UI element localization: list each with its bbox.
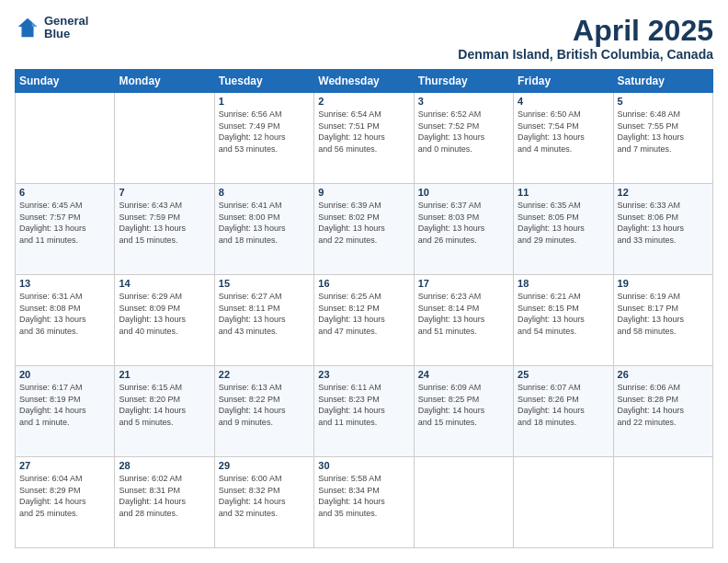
empty-cell [115,93,214,184]
day-info: Sunrise: 6:35 AM Sunset: 8:05 PM Dayligh… [518,200,609,246]
day-info: Sunrise: 5:58 AM Sunset: 8:34 PM Dayligh… [318,473,409,519]
day-info: Sunrise: 6:56 AM Sunset: 7:49 PM Dayligh… [219,109,310,155]
empty-cell [514,457,613,548]
col-header-sunday: Sunday [16,70,115,93]
month-title: April 2025 [458,15,713,47]
day-info: Sunrise: 6:31 AM Sunset: 8:08 PM Dayligh… [19,291,110,337]
day-cell-12: 12Sunrise: 6:33 AM Sunset: 8:06 PM Dayli… [613,184,712,275]
day-cell-5: 5Sunrise: 6:48 AM Sunset: 7:55 PM Daylig… [613,93,712,184]
day-info: Sunrise: 6:52 AM Sunset: 7:52 PM Dayligh… [418,109,509,155]
day-info: Sunrise: 6:02 AM Sunset: 8:31 PM Dayligh… [119,473,210,519]
day-info: Sunrise: 6:43 AM Sunset: 7:59 PM Dayligh… [119,200,210,246]
day-number: 1 [219,96,310,107]
day-cell-21: 21Sunrise: 6:15 AM Sunset: 8:20 PM Dayli… [115,366,214,457]
day-number: 5 [618,96,709,107]
day-cell-4: 4Sunrise: 6:50 AM Sunset: 7:54 PM Daylig… [514,93,613,184]
day-cell-19: 19Sunrise: 6:19 AM Sunset: 8:17 PM Dayli… [613,275,712,366]
day-cell-30: 30Sunrise: 5:58 AM Sunset: 8:34 PM Dayli… [314,457,414,548]
day-number: 20 [19,369,110,380]
day-cell-7: 7Sunrise: 6:43 AM Sunset: 7:59 PM Daylig… [115,184,214,275]
empty-cell [613,457,712,548]
empty-cell [16,93,115,184]
day-cell-28: 28Sunrise: 6:02 AM Sunset: 8:31 PM Dayli… [115,457,214,548]
location: Denman Island, British Columbia, Canada [458,47,713,62]
calendar-week-2: 13Sunrise: 6:31 AM Sunset: 8:08 PM Dayli… [16,275,713,366]
day-cell-20: 20Sunrise: 6:17 AM Sunset: 8:19 PM Dayli… [16,366,115,457]
day-info: Sunrise: 6:37 AM Sunset: 8:03 PM Dayligh… [418,200,509,246]
title-block: April 2025 Denman Island, British Columb… [458,15,713,62]
day-number: 30 [318,460,409,471]
header: General Blue April 2025 Denman Island, B… [15,15,713,62]
day-info: Sunrise: 6:33 AM Sunset: 8:06 PM Dayligh… [618,200,709,246]
page: General Blue April 2025 Denman Island, B… [0,0,728,563]
day-info: Sunrise: 6:04 AM Sunset: 8:29 PM Dayligh… [19,473,110,519]
day-cell-6: 6Sunrise: 6:45 AM Sunset: 7:57 PM Daylig… [16,184,115,275]
day-cell-27: 27Sunrise: 6:04 AM Sunset: 8:29 PM Dayli… [16,457,115,548]
day-info: Sunrise: 6:19 AM Sunset: 8:17 PM Dayligh… [618,291,709,337]
day-number: 26 [618,369,709,380]
day-cell-23: 23Sunrise: 6:11 AM Sunset: 8:23 PM Dayli… [314,366,414,457]
day-info: Sunrise: 6:50 AM Sunset: 7:54 PM Dayligh… [518,109,609,155]
day-info: Sunrise: 6:21 AM Sunset: 8:15 PM Dayligh… [518,291,609,337]
day-cell-10: 10Sunrise: 6:37 AM Sunset: 8:03 PM Dayli… [414,184,513,275]
day-number: 11 [518,187,609,198]
day-info: Sunrise: 6:13 AM Sunset: 8:22 PM Dayligh… [219,382,310,428]
day-number: 21 [119,369,210,380]
day-info: Sunrise: 6:29 AM Sunset: 8:09 PM Dayligh… [119,291,210,337]
day-number: 16 [318,278,409,289]
logo-line2: Blue [44,28,88,40]
day-info: Sunrise: 6:17 AM Sunset: 8:19 PM Dayligh… [19,382,110,428]
day-number: 8 [219,187,310,198]
day-number: 4 [518,96,609,107]
day-info: Sunrise: 6:23 AM Sunset: 8:14 PM Dayligh… [418,291,509,337]
day-number: 19 [618,278,709,289]
day-info: Sunrise: 6:06 AM Sunset: 8:28 PM Dayligh… [618,382,709,428]
day-number: 25 [518,369,609,380]
day-info: Sunrise: 6:41 AM Sunset: 8:00 PM Dayligh… [219,200,310,246]
calendar-week-0: 1Sunrise: 6:56 AM Sunset: 7:49 PM Daylig… [16,93,713,184]
day-info: Sunrise: 6:48 AM Sunset: 7:55 PM Dayligh… [618,109,709,155]
day-cell-14: 14Sunrise: 6:29 AM Sunset: 8:09 PM Dayli… [115,275,214,366]
day-number: 22 [219,369,310,380]
calendar-table: SundayMondayTuesdayWednesdayThursdayFrid… [15,69,713,548]
day-number: 7 [119,187,210,198]
day-cell-13: 13Sunrise: 6:31 AM Sunset: 8:08 PM Dayli… [16,275,115,366]
svg-marker-0 [18,18,38,38]
day-cell-2: 2Sunrise: 6:54 AM Sunset: 7:51 PM Daylig… [314,93,414,184]
day-number: 12 [618,187,709,198]
day-cell-29: 29Sunrise: 6:00 AM Sunset: 8:32 PM Dayli… [214,457,313,548]
day-cell-15: 15Sunrise: 6:27 AM Sunset: 8:11 PM Dayli… [214,275,313,366]
day-number: 29 [219,460,310,471]
col-header-friday: Friday [514,70,613,93]
col-header-saturday: Saturday [613,70,712,93]
day-info: Sunrise: 6:11 AM Sunset: 8:23 PM Dayligh… [318,382,409,428]
day-info: Sunrise: 6:00 AM Sunset: 8:32 PM Dayligh… [219,473,310,519]
day-info: Sunrise: 6:09 AM Sunset: 8:25 PM Dayligh… [418,382,509,428]
day-cell-22: 22Sunrise: 6:13 AM Sunset: 8:22 PM Dayli… [214,366,313,457]
day-number: 3 [418,96,509,107]
day-number: 10 [418,187,509,198]
day-number: 14 [119,278,210,289]
empty-cell [414,457,513,548]
day-number: 17 [418,278,509,289]
day-info: Sunrise: 6:15 AM Sunset: 8:20 PM Dayligh… [119,382,210,428]
logo-line1: General [44,15,88,28]
logo-text: General Blue [44,15,88,41]
day-info: Sunrise: 6:45 AM Sunset: 7:57 PM Dayligh… [19,200,110,246]
day-info: Sunrise: 6:39 AM Sunset: 8:02 PM Dayligh… [318,200,409,246]
day-number: 24 [418,369,509,380]
day-cell-3: 3Sunrise: 6:52 AM Sunset: 7:52 PM Daylig… [414,93,513,184]
day-info: Sunrise: 6:07 AM Sunset: 8:26 PM Dayligh… [518,382,609,428]
day-number: 18 [518,278,609,289]
calendar-week-3: 20Sunrise: 6:17 AM Sunset: 8:19 PM Dayli… [16,366,713,457]
logo-icon [15,15,40,40]
calendar-week-1: 6Sunrise: 6:45 AM Sunset: 7:57 PM Daylig… [16,184,713,275]
day-cell-1: 1Sunrise: 6:56 AM Sunset: 7:49 PM Daylig… [214,93,313,184]
calendar-week-4: 27Sunrise: 6:04 AM Sunset: 8:29 PM Dayli… [16,457,713,548]
day-cell-8: 8Sunrise: 6:41 AM Sunset: 8:00 PM Daylig… [214,184,313,275]
day-info: Sunrise: 6:27 AM Sunset: 8:11 PM Dayligh… [219,291,310,337]
day-cell-9: 9Sunrise: 6:39 AM Sunset: 8:02 PM Daylig… [314,184,414,275]
day-cell-11: 11Sunrise: 6:35 AM Sunset: 8:05 PM Dayli… [514,184,613,275]
col-header-wednesday: Wednesday [314,70,414,93]
day-cell-26: 26Sunrise: 6:06 AM Sunset: 8:28 PM Dayli… [613,366,712,457]
